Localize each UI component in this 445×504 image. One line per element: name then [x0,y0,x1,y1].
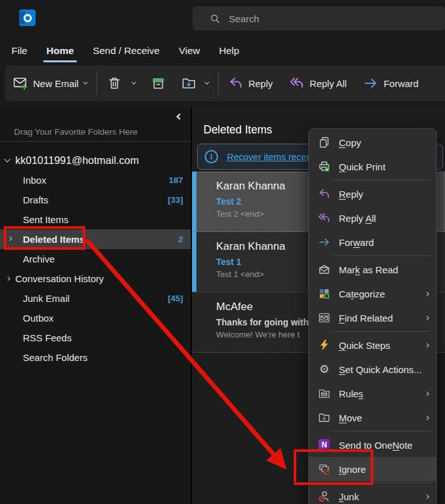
account-header[interactable]: kk01011991@hotmail.com [5,151,139,169]
search-input[interactable]: Search [193,6,445,31]
menu-item-label: Forward [339,237,428,248]
sidebar-item-inbox[interactable]: Inbox187 [0,170,191,190]
unread-indicator-bar [192,172,196,231]
annotation-box-deleted-items [4,226,85,250]
categorize-icon [317,286,332,301]
unread-count-badge: [33] [168,195,183,205]
unread-count-badge: 187 [168,175,183,185]
find-related-icon [317,310,332,325]
recover-items-link[interactable]: Recover items recen [227,152,312,162]
menu-item-label: Junk [339,491,425,502]
search-icon [210,13,221,24]
rules-icon [317,386,332,401]
folder-name: Conversation History [15,273,183,284]
chevron-down-icon[interactable] [132,80,136,85]
chevron-down-icon[interactable] [83,80,88,85]
menu-item-move[interactable]: Move [309,405,436,430]
account-name: kk01011991@hotmail.com [15,154,139,167]
annotation-box-ignore [294,449,373,485]
delete-icon [107,76,122,91]
favorites-hint: Drag Your Favorite Folders Here [14,127,137,137]
divider [0,141,191,142]
move-to-folder-icon [181,76,196,91]
sidebar-item-search-folders[interactable]: Search Folders [0,348,191,367]
menu-item-label: Reply [339,189,428,200]
reply-button[interactable]: Reply [228,76,273,91]
unread-count-badge: 2 [178,235,183,244]
menu-item-reply[interactable]: Reply [309,182,436,206]
menu-separator [332,431,431,432]
submenu-chevron-icon [425,343,429,347]
menubar-item-send-receive[interactable]: Send / Receive [93,45,160,57]
menu-item-quick-print[interactable]: Quick Print [309,154,436,179]
menu-item-reply-all[interactable]: Reply All [309,206,436,230]
menu-item-label: Quick Steps [339,340,425,351]
sidebar-item-outbox[interactable]: Outbox [0,308,191,328]
chevron-down-icon [4,156,11,163]
quick-print-icon [317,159,332,174]
search-placeholder: Search [229,13,259,24]
menu-item-find-related[interactable]: Find Related [309,306,436,330]
menubar-item-help[interactable]: Help [219,45,240,57]
delete-button[interactable] [107,76,135,91]
folder-name: Drafts [23,194,168,205]
menu-item-set-quick-actions[interactable]: ⚙Set Quick Actions... [309,357,436,381]
forward-button[interactable]: Forward [363,76,418,91]
reply-label: Reply [249,78,273,89]
archive-button[interactable] [151,76,166,91]
quick-steps-icon [317,337,332,353]
move-button[interactable] [181,76,209,91]
menu-item-label: Find Related [339,313,425,324]
ribbon-toolbar: New Email [5,65,445,101]
menu-item-rules[interactable]: Rules [309,381,436,405]
new-email-icon [13,76,28,91]
sidebar-item-archive[interactable]: Archive [0,249,191,269]
archive-icon [151,76,166,91]
folder-name: Inbox [23,175,168,186]
menu-item-copy[interactable]: Copy [309,130,436,154]
menu-item-forward[interactable]: Forward [309,230,436,254]
unread-indicator-bar [192,232,196,292]
folder-name: RSS Feeds [23,332,183,343]
reply-icon [317,186,332,201]
menubar-item-file[interactable]: File [11,45,27,57]
sidebar-item-rss-feeds[interactable]: RSS Feeds [0,328,191,348]
menu-item-quick-steps[interactable]: Quick Steps [309,333,436,357]
reply-all-button[interactable]: Reply All [289,76,346,91]
menu-separator [332,180,431,180]
context-menu: CopyQuick PrintReplyReply AllForwardMark… [308,128,437,504]
menu-item-label: Reply All [339,213,428,224]
gear-icon: ⚙ [317,362,332,377]
collapse-folder-pane-icon[interactable] [177,114,183,120]
ribbon-tabs: FileHomeSend / ReceiveViewHelp [0,37,445,65]
menu-item-label: Rules [339,388,425,399]
menu-item-categorize[interactable]: Categorize [309,282,436,306]
forward-icon [363,76,378,91]
submenu-chevron-icon [425,391,429,395]
menubar-item-view[interactable]: View [179,45,200,57]
new-email-button[interactable]: New Email [13,76,87,91]
folder-title: Deleted Items [203,123,272,137]
new-email-label: New Email [33,78,79,89]
move-icon [317,410,332,425]
folder-name: Junk Email [23,293,168,304]
submenu-chevron-icon [425,315,429,320]
submenu-chevron-icon [425,291,429,296]
menu-item-mark-as-read[interactable]: Mark as Read [309,257,436,282]
sidebar-item-drafts[interactable]: Drafts[33] [0,190,191,210]
menubar-item-home[interactable]: Home [46,45,74,57]
menu-item-label: Send to OneNote [339,440,428,451]
mark-read-icon [317,262,332,277]
chevron-down-icon[interactable] [205,80,209,85]
reply-all-label: Reply All [310,78,346,89]
menu-item-junk[interactable]: Junk [309,484,436,504]
forward-icon [317,235,332,250]
submenu-chevron-icon [425,415,429,419]
expand-chevron-icon[interactable] [6,276,10,281]
sidebar-item-conversation-history[interactable]: Conversation History [0,269,191,289]
submenu-chevron-icon [425,494,429,498]
toolbar-separator [218,72,219,95]
folder-list: Inbox187Drafts[33]Sent ItemsDeleted Item… [0,170,191,367]
menu-separator [332,331,431,332]
sidebar-item-junk-email[interactable]: Junk Email[45] [0,289,191,308]
